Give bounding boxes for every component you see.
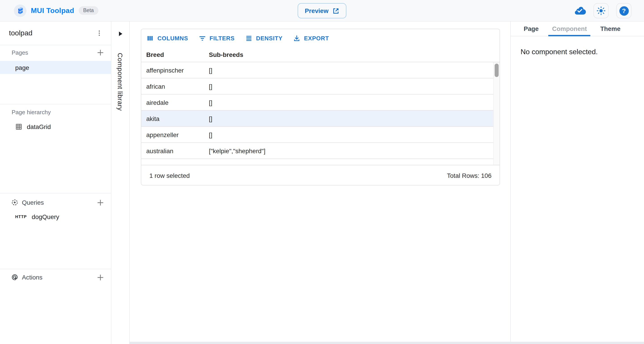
- queries-section-header: Queries: [0, 197, 111, 208]
- cell-subbreeds: []: [204, 67, 500, 74]
- column-header-subbreeds[interactable]: Sub-breeds: [204, 51, 500, 58]
- plus-icon: [96, 273, 104, 281]
- help-question-icon: ?: [619, 6, 628, 16]
- cell-breed: affenpinscher: [141, 67, 204, 74]
- add-query-button[interactable]: [95, 197, 106, 208]
- mui-toolpad-logo-icon: [14, 4, 26, 17]
- actions-section-label-group: Actions: [11, 274, 42, 281]
- table-row[interactable]: african []: [141, 78, 500, 94]
- kebab-menu-icon: [96, 30, 103, 37]
- cloud-done-icon[interactable]: [574, 6, 586, 15]
- table-row[interactable]: appenzeller []: [141, 127, 500, 143]
- plus-icon: [96, 48, 104, 57]
- header-brand: MUI Toolpad Beta: [0, 4, 98, 17]
- export-button[interactable]: EXPORT: [293, 35, 329, 42]
- datagrid-footer: 1 row selected Total Rows: 106: [141, 165, 500, 186]
- tab-theme[interactable]: Theme: [600, 22, 620, 36]
- datagrid-rows-viewport: affenpinscher [] african [] airedale [] …: [141, 62, 500, 165]
- query-refresh-icon: [11, 199, 18, 206]
- total-rows-text: Total Rows: 106: [447, 172, 492, 179]
- cell-breed: airedale: [141, 99, 204, 106]
- sidebar-item-page[interactable]: page: [0, 61, 111, 74]
- plus-icon: [96, 198, 104, 207]
- header-actions: ?: [574, 0, 632, 22]
- view-columns-icon: [146, 35, 154, 42]
- bottom-strip: [130, 342, 644, 344]
- export-button-label: EXPORT: [304, 35, 329, 42]
- beta-badge: Beta: [79, 6, 98, 15]
- inspector-panel: Page Component Theme No component select…: [510, 22, 644, 344]
- cell-breed: australian: [141, 147, 204, 154]
- cell-breed: appenzeller: [141, 131, 204, 138]
- rows-selected-text: 1 row selected: [149, 172, 190, 179]
- light-mode-sun-icon: [596, 6, 606, 15]
- divider: [0, 104, 111, 104]
- cell-subbreeds: []: [204, 99, 500, 106]
- table-row[interactable]: airedale []: [141, 94, 500, 111]
- datagrid-component[interactable]: COLUMNS FILTERS: [141, 29, 500, 186]
- app-header: MUI Toolpad Beta Preview: [0, 0, 644, 22]
- component-library-label: Component library: [116, 53, 124, 111]
- columns-button[interactable]: COLUMNS: [146, 35, 188, 42]
- hierarchy-section-header: Page hierarchy: [0, 107, 111, 116]
- queries-section-label: Queries: [22, 199, 44, 206]
- no-component-message: No component selected.: [520, 48, 644, 56]
- page-item-label: page: [15, 64, 29, 71]
- project-menu-button[interactable]: [94, 28, 105, 39]
- datagrid-item-label: dataGrid: [27, 123, 51, 130]
- datagrid-toolbar: COLUMNS FILTERS: [141, 29, 500, 48]
- cell-breed: african: [141, 83, 204, 90]
- sidebar-item-datagrid[interactable]: dataGrid: [0, 122, 111, 132]
- grid-icon: [15, 123, 22, 130]
- cell-breed: akita: [141, 115, 204, 122]
- component-library-panel[interactable]: Component library: [111, 22, 130, 344]
- add-page-button[interactable]: [95, 47, 106, 58]
- app-title: MUI Toolpad: [31, 7, 74, 15]
- project-row: toolpad: [0, 22, 111, 45]
- table-row-partial[interactable]: [141, 159, 500, 165]
- chevron-right-icon[interactable]: [118, 31, 122, 36]
- table-row[interactable]: australian ["kelpie","shepherd"]: [141, 143, 500, 159]
- divider: [0, 193, 111, 194]
- cell-subbreeds: ["kelpie","shepherd"]: [204, 147, 500, 154]
- project-name: toolpad: [9, 29, 32, 37]
- http-badge: HTTP: [15, 215, 27, 219]
- help-button[interactable]: ?: [616, 3, 632, 18]
- download-icon: [293, 35, 300, 42]
- add-action-button[interactable]: [95, 272, 106, 283]
- preview-button[interactable]: Preview: [298, 3, 346, 18]
- filters-button-label: FILTERS: [210, 35, 234, 42]
- cell-subbreeds: []: [204, 131, 500, 138]
- cell-subbreeds: []: [204, 115, 500, 122]
- actions-section-label: Actions: [22, 274, 42, 281]
- theme-toggle-button[interactable]: [594, 3, 609, 18]
- table-row-selected[interactable]: akita []: [141, 111, 500, 127]
- pages-section-label: Pages: [12, 49, 28, 56]
- density-lines-icon: [245, 35, 252, 42]
- open-in-new-icon: [332, 8, 339, 14]
- actions-section-header: Actions: [0, 272, 111, 283]
- filters-button[interactable]: FILTERS: [198, 35, 234, 42]
- tab-component[interactable]: Component: [552, 22, 587, 36]
- density-button[interactable]: DENSITY: [245, 35, 282, 42]
- page-canvas: COLUMNS FILTERS: [130, 22, 510, 344]
- body-row: toolpad Pages page: [0, 22, 644, 344]
- scrollbar-thumb[interactable]: [495, 64, 499, 77]
- tab-page[interactable]: Page: [524, 22, 539, 36]
- vertical-scrollbar[interactable]: [493, 62, 500, 165]
- ads-click-icon: [11, 274, 18, 281]
- app-root: MUI Toolpad Beta Preview: [0, 0, 644, 344]
- table-row[interactable]: affenpinscher []: [141, 62, 500, 78]
- density-button-label: DENSITY: [256, 35, 282, 42]
- inspector-tabs: Page Component Theme: [511, 22, 644, 36]
- filter-list-icon: [198, 35, 206, 42]
- pages-section-header: Pages: [0, 47, 111, 58]
- columns-button-label: COLUMNS: [158, 35, 188, 42]
- datagrid-header-row: Breed Sub-breeds: [141, 48, 500, 62]
- column-header-breed[interactable]: Breed: [141, 51, 204, 58]
- sidebar: toolpad Pages page: [0, 22, 111, 344]
- hierarchy-section-label: Page hierarchy: [12, 109, 51, 115]
- sidebar-item-dogquery[interactable]: HTTP dogQuery: [0, 212, 111, 222]
- queries-section-label-group: Queries: [11, 199, 44, 206]
- cell-subbreeds: []: [204, 83, 500, 90]
